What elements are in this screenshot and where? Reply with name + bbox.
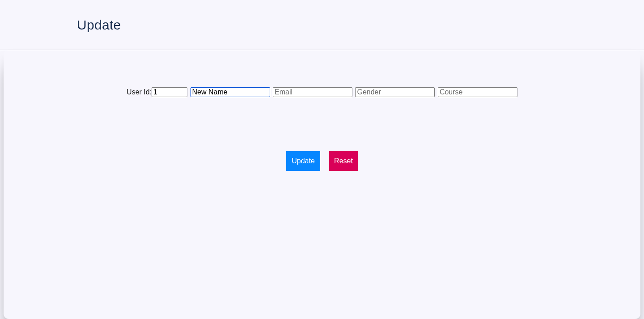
gender-input[interactable] bbox=[355, 87, 435, 97]
page-header: Update bbox=[0, 0, 644, 50]
update-button[interactable]: Update bbox=[286, 151, 320, 171]
content-card: User Id: Update Reset bbox=[4, 50, 640, 319]
user-id-label: User Id: bbox=[127, 88, 152, 96]
email-input[interactable] bbox=[273, 87, 352, 97]
page-title: Update bbox=[77, 17, 121, 33]
name-input[interactable] bbox=[191, 87, 270, 97]
reset-button[interactable]: Reset bbox=[329, 151, 358, 171]
button-row: Update Reset bbox=[4, 151, 640, 171]
user-id-input[interactable] bbox=[152, 87, 187, 97]
update-form-row: User Id: bbox=[4, 87, 640, 97]
course-input[interactable] bbox=[438, 87, 517, 97]
